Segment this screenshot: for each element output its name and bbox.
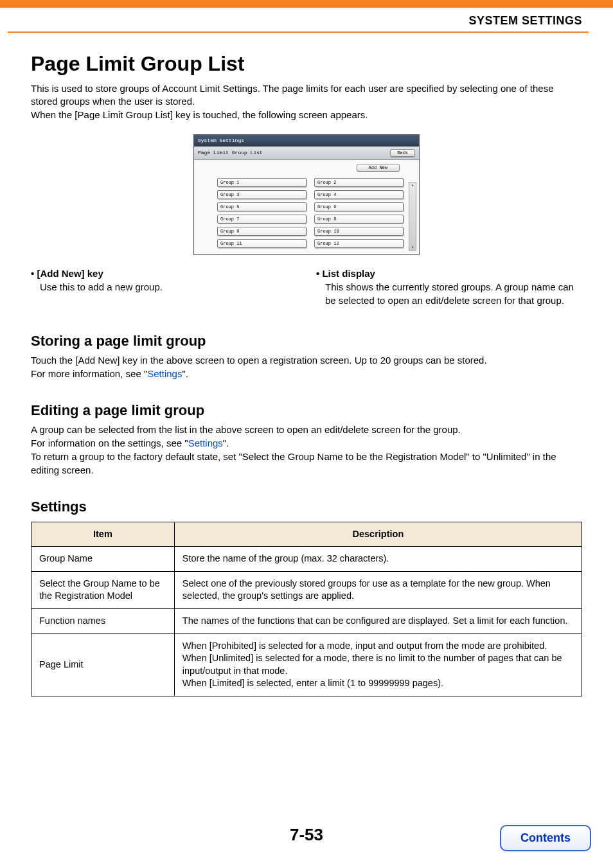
editing-settings-link[interactable]: Settings (188, 438, 223, 448)
mockup-group-item[interactable]: Group 12 (314, 239, 404, 248)
bullet-addnew-title: • [Add New] key (31, 268, 103, 279)
mockup-scrollbar[interactable]: ▴ ▾ (409, 182, 416, 251)
settings-col-item: Item (31, 522, 175, 547)
mockup-group-item[interactable]: Group 8 (314, 215, 404, 224)
editing-heading: Editing a page limit group (31, 402, 582, 419)
bullet-list-title: • List display (316, 268, 375, 279)
screen-mockup: System Settings Page Limit Group List Ba… (193, 134, 420, 255)
scroll-down-icon[interactable]: ▾ (411, 245, 414, 250)
table-row: Group Name Store the name of the group (… (31, 547, 582, 572)
settings-desc: When [Prohibited] is selected for a mode… (174, 633, 582, 696)
mockup-group-item[interactable]: Group 7 (217, 215, 306, 224)
mockup-group-item[interactable]: Group 1 (217, 178, 306, 187)
settings-desc: Store the name of the group (max. 32 cha… (174, 547, 582, 572)
settings-item: Group Name (31, 547, 175, 572)
editing-line2-suffix: ". (223, 438, 229, 448)
intro-text: This is used to store groups of Account … (31, 82, 582, 121)
storing-settings-link[interactable]: Settings (147, 368, 182, 379)
page-title: Page Limit Group List (31, 52, 582, 76)
top-accent-bar (0, 0, 613, 8)
editing-line2-prefix: For information on the settings, see " (31, 438, 188, 448)
editing-line3: To return a group to the factory default… (31, 451, 556, 475)
table-row: Page Limit When [Prohibited] is selected… (31, 633, 582, 696)
mockup-group-item[interactable]: Group 2 (314, 178, 404, 187)
settings-desc: The names of the functions that can be c… (174, 609, 582, 634)
settings-item: Page Limit (31, 633, 175, 696)
settings-table: Item Description Group Name Store the na… (31, 522, 582, 696)
mockup-group-item[interactable]: Group 9 (217, 227, 306, 236)
table-row: Select the Group Name to be the Registra… (31, 571, 582, 608)
mockup-group-item[interactable]: Group 6 (314, 202, 404, 211)
storing-line1: Touch the [Add New] key in the above scr… (31, 355, 487, 366)
contents-button[interactable]: Contents (500, 825, 591, 851)
settings-desc: Select one of the previously stored grou… (174, 571, 582, 608)
settings-heading: Settings (31, 499, 582, 515)
storing-line2-suffix: ". (182, 368, 188, 379)
mockup-add-new-button[interactable]: Add New (357, 164, 400, 172)
mockup-group-item[interactable]: Group 4 (314, 190, 404, 199)
mockup-group-item[interactable]: Group 10 (314, 227, 404, 236)
mockup-group-item[interactable]: Group 3 (217, 190, 306, 199)
bullet-addnew-desc: Use this to add a new group. (31, 280, 297, 294)
mockup-back-button[interactable]: Back (390, 149, 415, 157)
mockup-group-item[interactable]: Group 5 (217, 202, 306, 211)
settings-item: Select the Group Name to be the Registra… (31, 571, 175, 608)
bullet-list-desc: This shows the currently stored groups. … (316, 280, 582, 307)
mockup-subtitle: Page Limit Group List (198, 150, 263, 155)
storing-line2-prefix: For more information, see " (31, 368, 147, 379)
settings-col-desc: Description (174, 522, 582, 547)
table-row: Function names The names of the function… (31, 609, 582, 634)
storing-heading: Storing a page limit group (31, 333, 582, 350)
section-header: SYSTEM SETTINGS (0, 8, 613, 31)
scroll-up-icon[interactable]: ▴ (411, 182, 414, 188)
settings-item: Function names (31, 609, 175, 634)
editing-line1: A group can be selected from the list in… (31, 424, 461, 435)
mockup-group-item[interactable]: Group 11 (217, 239, 306, 248)
mockup-titlebar: System Settings (194, 135, 419, 146)
